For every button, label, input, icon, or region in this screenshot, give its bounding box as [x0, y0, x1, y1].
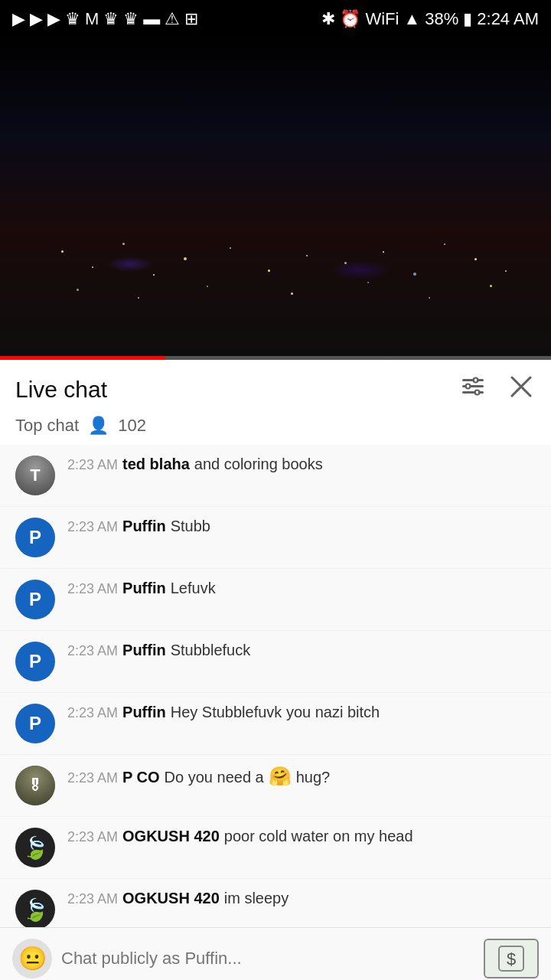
live-chat-title: Live chat — [15, 377, 107, 403]
message-content: 2:23 AM Puffin Stubb — [67, 518, 536, 535]
bluetooth-icon: ✱ — [321, 9, 335, 29]
list-item: P 2:23 AM Puffin Lefuvk — [0, 569, 551, 631]
live-chat-section: Live chat — [0, 360, 551, 980]
avatar: 🍃 — [15, 828, 55, 867]
video-player[interactable] — [0, 38, 551, 360]
status-right-icons: ✱ ⏰ WiFi ▲ 38% ▮ 2:24 AM — [321, 9, 539, 29]
list-item: P 2:23 AM Puffin Stubblefuck — [0, 631, 551, 693]
avatar: P — [15, 580, 55, 619]
filter-button[interactable] — [458, 373, 488, 406]
emoji-face-icon: 😐 — [18, 945, 47, 972]
youtube-icon-3: ▶ — [47, 9, 60, 29]
status-bar: ▶ ▶ ▶ ♛ M ♛ ♛ ▬ ⚠ ⊞ ✱ ⏰ WiFi ▲ 38% ▮ 2:2… — [0, 0, 551, 38]
close-button[interactable] — [507, 372, 536, 407]
m-icon: M — [85, 9, 99, 29]
chat-input-bar: 😐 $ — [0, 927, 551, 980]
alarm-icon: ⏰ — [340, 9, 360, 29]
svg-text:$: $ — [507, 949, 516, 969]
avatar: 🍃 — [15, 890, 55, 927]
battery-text: 38% — [425, 9, 458, 29]
list-item: 🍃 2:23 AM OGKUSH 420 poor cold water on … — [0, 817, 551, 879]
avatar: T — [15, 456, 55, 495]
message-content: 2:23 AM ted blaha and coloring books — [67, 456, 536, 473]
youtube-icon: ▶ — [12, 9, 25, 29]
emoji-button[interactable]: 😐 — [12, 939, 52, 978]
message-content: 2:23 AM Puffin Stubblefuck — [67, 642, 536, 659]
list-item: T 2:23 AM ted blaha and coloring books — [0, 445, 551, 507]
crown-icon-3: ♛ — [123, 9, 139, 29]
top-chat-label[interactable]: Top chat — [15, 416, 79, 436]
folder-icon: ▬ — [143, 9, 160, 29]
photo-icon: ⊞ — [184, 9, 198, 29]
send-button[interactable]: $ — [484, 939, 539, 978]
message-content: 2:23 AM OGKUSH 420 im sleepy — [67, 890, 536, 907]
message-content: 2:23 AM Puffin Hey Stubblefuvk you nazi … — [67, 704, 536, 721]
list-item: P 2:23 AM Puffin Stubb — [0, 507, 551, 569]
youtube-icon-2: ▶ — [30, 9, 43, 29]
list-item: 🍃 2:23 AM OGKUSH 420 im sleepy — [0, 879, 551, 927]
message-content: 2:23 AM Puffin Lefuvk — [67, 580, 536, 597]
warning-icon: ⚠ — [165, 9, 180, 29]
avatar: P — [15, 518, 55, 557]
message-content: 2:23 AM P CO Do you need a 🤗 hug? — [67, 766, 536, 787]
status-left-icons: ▶ ▶ ▶ ♛ M ♛ ♛ ▬ ⚠ ⊞ — [12, 9, 198, 29]
viewer-icon: 👤 — [88, 416, 109, 436]
battery-icon: ▮ — [463, 9, 472, 29]
live-chat-header: Live chat — [0, 360, 551, 413]
list-item: 🎖 2:23 AM P CO Do you need a 🤗 hug? — [0, 755, 551, 817]
viewer-count: 102 — [118, 416, 146, 436]
crown-icon-2: ♛ — [103, 9, 119, 29]
svg-rect-2 — [462, 391, 484, 394]
avatar: 🎖 — [15, 766, 55, 805]
header-icons — [458, 372, 536, 407]
chat-messages[interactable]: T 2:23 AM ted blaha and coloring books P… — [0, 445, 551, 927]
chat-sub-header: Top chat 👤 102 — [0, 413, 551, 445]
time-display: 2:24 AM — [477, 9, 539, 29]
message-content: 2:23 AM OGKUSH 420 poor cold water on my… — [67, 828, 536, 845]
list-item: P 2:23 AM Puffin Hey Stubblefuvk you naz… — [0, 693, 551, 755]
signal-icon: ▲ — [403, 9, 420, 29]
avatar: P — [15, 642, 55, 681]
chat-input[interactable] — [61, 939, 474, 978]
crown-icon: ♛ — [65, 9, 80, 29]
wifi-icon: WiFi — [365, 9, 399, 29]
avatar: P — [15, 704, 55, 743]
